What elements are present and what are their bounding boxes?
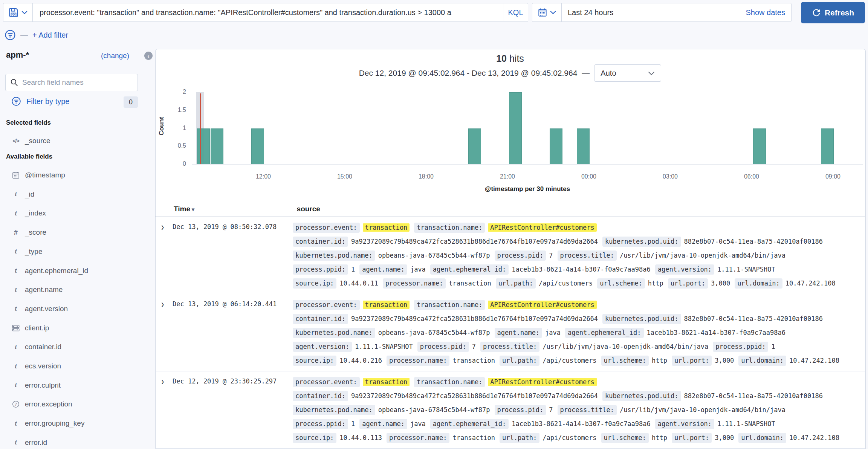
field-value-pair: container.id:9a92372089c79b489ca472fca52…: [293, 314, 598, 324]
field-value-pair: processor.name:transaction: [387, 356, 495, 366]
y-axis-tick-1.5: 1.5: [167, 107, 186, 113]
field-value-pair: processor.event:transaction: [293, 300, 410, 310]
field-value: 10.47.242.108: [789, 357, 839, 364]
field-value: transaction: [452, 357, 495, 364]
time-column-header[interactable]: Time▾: [174, 205, 194, 213]
search-field-names-input[interactable]: [22, 78, 133, 87]
field-value: java: [410, 420, 426, 428]
field-item-error.grouping_key[interactable]: terror.grouping_key: [0, 416, 147, 431]
save-query-button[interactable]: [3, 3, 33, 21]
field-item-container.id[interactable]: tcontainer.id: [0, 340, 147, 354]
show-dates-link[interactable]: Show dates: [746, 8, 791, 17]
histogram-bar-08:30[interactable]: [821, 128, 834, 165]
field-key-badge: transaction.name:: [414, 223, 485, 233]
expand-row-icon[interactable]: ›: [161, 221, 164, 234]
query-input[interactable]: processor.event: "transaction" and trans…: [33, 8, 503, 17]
time-column-label: Time: [174, 205, 190, 213]
x-axis-tick-21:00: 21:00: [494, 173, 521, 180]
row-time: Dec 12, 2019 @ 23:30:25.297: [173, 377, 277, 385]
expand-row-icon[interactable]: ›: [161, 298, 164, 311]
date-picker[interactable]: Last 24 hours Show dates: [532, 3, 792, 22]
filter-icon[interactable]: [5, 29, 16, 41]
histogram-bar-09:30[interactable]: [197, 128, 210, 165]
filter-by-type-button[interactable]: Filter by type: [11, 96, 69, 106]
x-axis-tick-09:00: 09:00: [820, 173, 846, 180]
field-item-agent.name[interactable]: tagent.name: [0, 283, 147, 297]
query-bar[interactable]: processor.event: "transaction" and trans…: [3, 3, 528, 22]
field-value: 9a92372089c79b489ca472fca528631b886d1e76…: [351, 392, 598, 400]
row-source: processor.event:transactiontransaction.n…: [293, 377, 864, 443]
field-type-string-icon: t: [11, 209, 21, 217]
field-key-badge: kubernetes.pod.uid:: [602, 314, 681, 324]
histogram-bar-19:30[interactable]: [468, 128, 481, 165]
add-filter-button[interactable]: + Add filter: [32, 31, 68, 40]
field-item-ecs.version[interactable]: tecs.version: [0, 359, 147, 373]
expand-row-icon[interactable]: ›: [161, 375, 164, 388]
field-value-pair: processor.event:transaction: [293, 377, 410, 387]
field-item-error.culprit[interactable]: terror.culprit: [0, 378, 147, 392]
field-value: /api/customers: [542, 357, 596, 364]
field-item-client.ip[interactable]: client.ip: [0, 321, 147, 335]
field-key-badge: url.domain:: [738, 433, 786, 443]
field-value-pair: agent.ephemeral_id:1aceb1b3-8621-4a14-b3…: [565, 328, 785, 338]
interval-select[interactable]: Auto: [594, 64, 661, 82]
field-item-_type[interactable]: t_type: [0, 244, 147, 259]
histogram-bar-21:00[interactable]: [509, 92, 522, 164]
available-fields-heading: Available fields: [6, 153, 52, 160]
field-type-unknown-icon: ?: [11, 400, 21, 408]
field-item-error.id[interactable]: terror.id: [0, 435, 147, 449]
field-value: /usr/lib/jvm/java-10-openjdk-amd64/bin/j…: [542, 343, 708, 350]
histogram-bar-22:30[interactable]: [550, 128, 562, 165]
field-name: _type: [25, 247, 42, 256]
field-key-badge: agent.name:: [359, 264, 407, 275]
field-value: 1.11.1-SNAPSHOT: [717, 266, 775, 273]
field-value-pair: url.domain:10.47.242.108: [738, 356, 839, 366]
field-value-pair: kubernetes.pod.name:opbeans-java-67845c5…: [293, 250, 490, 261]
field-item-_id[interactable]: t_id: [0, 187, 147, 202]
chevron-down-icon: [550, 11, 556, 14]
field-item-_score[interactable]: #_score: [0, 225, 147, 240]
histogram-bar-23:30[interactable]: [577, 128, 590, 165]
field-type-string-icon: t: [11, 381, 21, 389]
field-type-string-icon: t: [11, 247, 21, 255]
search-icon: [10, 78, 18, 87]
field-value: 10.44.0.11: [339, 279, 378, 287]
highlighted-value: transaction: [363, 301, 410, 309]
field-item-agent.version[interactable]: tagent.version: [0, 302, 147, 316]
source-line: container.id:9a92372089c79b489ca472fca52…: [293, 391, 864, 401]
change-index-pattern-link[interactable]: (change): [101, 52, 129, 60]
collapse-sidebar-button[interactable]: ‹: [144, 52, 153, 60]
field-key-badge: process.title:: [558, 405, 617, 415]
field-item-@timestamp[interactable]: @timestamp: [0, 168, 147, 182]
histogram-bar-11:30[interactable]: [251, 128, 264, 165]
field-value-pair: process.ppid:1: [713, 342, 775, 352]
field-item-_source[interactable]: </>_source: [0, 134, 147, 148]
field-type-ip-icon: [11, 325, 21, 331]
query-language-badge[interactable]: KQL: [503, 3, 528, 21]
svg-text:?: ?: [15, 402, 17, 406]
histogram-bar-10:00[interactable]: [211, 128, 223, 165]
field-value: 1: [351, 266, 355, 273]
field-key-badge: agent.ephemeral_id:: [430, 419, 509, 429]
x-axis-tick-15:00: 15:00: [332, 173, 358, 180]
field-item-agent.ephemeral_id[interactable]: tagent.ephemeral_id: [0, 264, 147, 278]
field-name: ecs.version: [25, 362, 61, 370]
field-search-box[interactable]: [5, 74, 138, 91]
date-picker-menu-button[interactable]: [532, 3, 562, 21]
field-value-pair: url.path:/api/customers: [500, 433, 596, 443]
field-value-pair: kubernetes.pod.name:opbeans-java-67845c5…: [293, 405, 490, 415]
field-key-badge: processor.name:: [383, 278, 446, 289]
field-item-error.exception[interactable]: ?error.exception: [0, 397, 147, 411]
field-name: @timestamp: [25, 171, 65, 179]
x-axis-tick-12:00: 12:00: [250, 173, 277, 180]
source-line: kubernetes.pod.name:opbeans-java-67845c5…: [293, 327, 864, 338]
field-value: transaction: [449, 279, 491, 287]
refresh-button[interactable]: Refresh: [801, 2, 865, 23]
field-item-_index[interactable]: t_index: [0, 206, 147, 220]
field-value: 1aceb1b3-8621-4a14-b307-f0a9c7aa98a6: [647, 329, 785, 336]
field-type-string-icon: t: [11, 438, 21, 446]
field-value: 10.47.242.108: [789, 434, 839, 441]
field-value-pair: processor.name:transaction: [387, 433, 495, 443]
time-range-value[interactable]: Last 24 hours: [562, 8, 746, 17]
histogram-bar-06:00[interactable]: [753, 128, 766, 165]
